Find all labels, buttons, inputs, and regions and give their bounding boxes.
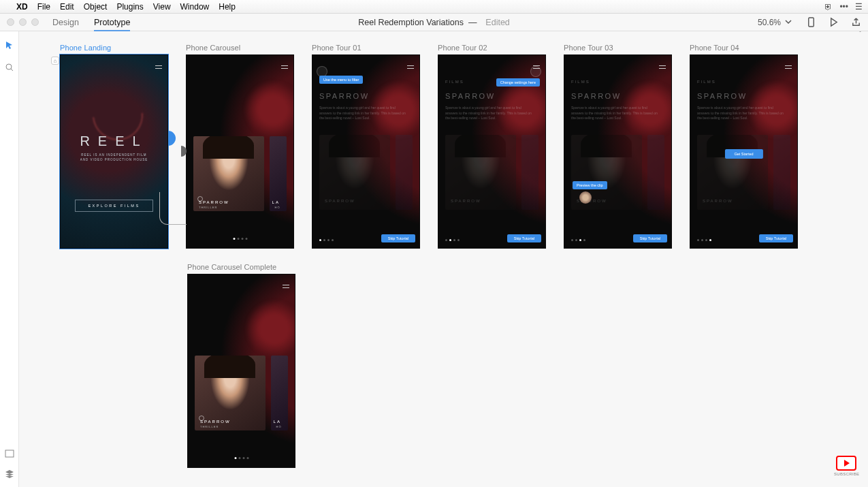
artboard[interactable]: Phone Carousel Carrier 9:41 AM 42% REEL … (186, 44, 294, 249)
film-card-peek[interactable]: LA HO (270, 136, 287, 211)
tour-callout[interactable]: Change settings here (496, 78, 540, 87)
artboard-frame[interactable]: Carrier 9:41 AM 42% REEL FILMS SPARROW S… (564, 54, 672, 249)
pager (233, 238, 247, 240)
prototype-wire (159, 192, 187, 225)
tour-callout[interactable]: Get Started (724, 149, 762, 159)
highlight-ring (530, 66, 541, 77)
svg-point-1 (6, 64, 12, 69)
menu-object[interactable]: Object (84, 2, 108, 12)
artboard-label[interactable]: Phone Carousel Complete (187, 263, 295, 271)
tour-dots (571, 239, 585, 241)
artboard-frame[interactable]: Carrier 9:41 AM 42% REEL REEL REEL IS AN… (60, 54, 168, 249)
artboard-label[interactable]: Phone Tour 01 (312, 44, 420, 52)
artboard-frame[interactable]: Carrier 9:41 AM 42% REEL FILMS SPARROW S… (690, 54, 798, 249)
menu-window[interactable]: Window (180, 2, 210, 12)
device-preview-icon[interactable] (806, 17, 816, 27)
left-toolbar (0, 31, 19, 487)
select-tool-icon[interactable] (5, 41, 14, 50)
window-controls[interactable] (7, 18, 39, 26)
svg-rect-2 (5, 450, 14, 457)
list-icon[interactable]: ☰ (855, 2, 863, 12)
pager (234, 457, 248, 459)
svg-rect-0 (809, 18, 814, 27)
menu-help[interactable]: Help (219, 2, 236, 12)
zoom-tool-icon[interactable] (5, 63, 14, 72)
film-card[interactable]: SPARROW THRILLER (193, 136, 264, 211)
tab-prototype[interactable]: Prototype (94, 18, 131, 31)
tune-icon[interactable] (407, 65, 414, 70)
artboard[interactable]: Phone Tour 03 Carrier 9:41 AM 42% REEL F… (564, 44, 672, 249)
tune-icon[interactable] (785, 65, 792, 70)
youtube-icon (836, 456, 856, 471)
subscribe-label: SUBSCRIBE (834, 472, 858, 476)
film-card[interactable]: SPARROW THRILLER (195, 356, 266, 430)
artboard-label[interactable]: Phone Tour 02 (438, 44, 546, 52)
tour-callout[interactable]: Preview the clip (573, 181, 607, 189)
mac-menubar: XD File Edit Object Plugins View Window … (0, 0, 868, 14)
play-icon[interactable] (829, 17, 839, 27)
menu-view[interactable]: View (153, 2, 171, 12)
home-icon[interactable]: ⌂ (51, 57, 59, 65)
explore-button[interactable]: EXPLORE FILMS (75, 200, 152, 212)
highlight-avatar (579, 191, 592, 204)
artboard-label[interactable]: Phone Landing (60, 44, 168, 52)
artboard-frame[interactable]: Carrier 9:41 AM 42% REEL FILMS SPARROW S… (438, 54, 546, 249)
film-card-peek[interactable]: LA HO (271, 356, 288, 430)
zoom-value: 50.6% (758, 18, 781, 27)
tour-callout[interactable]: Use the menu to filter (319, 76, 363, 84)
skip-button[interactable]: Skip Tutorial (759, 234, 793, 242)
artboard[interactable]: Phone Landing ⌂ Carrier 9:41 AM 42% REEL… (60, 44, 168, 249)
artboard[interactable]: Phone Tour 04 Carrier 9:41 AM 42% REEL F… (690, 44, 798, 249)
artboard[interactable]: Phone Tour 01 Carrier 9:41 AM 42% REEL F… (312, 44, 420, 249)
layers-icon[interactable] (5, 469, 14, 479)
tune-icon[interactable] (281, 65, 288, 70)
tab-design[interactable]: Design (52, 18, 79, 27)
artboard-frame[interactable]: Carrier 9:41 AM 42% REEL FILMS SPARROW S… (187, 274, 295, 468)
artboard[interactable]: Phone Carousel Complete Carrier 9:41 AM … (187, 263, 295, 468)
cursor-icon (856, 31, 864, 33)
artboard-frame[interactable]: Carrier 9:41 AM 42% REEL FILMS SPARROW S… (312, 54, 420, 249)
tour-dots (697, 239, 711, 241)
canvas[interactable]: Phone Landing ⌂ Carrier 9:41 AM 42% REEL… (19, 31, 868, 487)
tune-icon[interactable] (283, 284, 289, 289)
artboard-label[interactable]: Phone Tour 04 (690, 44, 798, 52)
tour-dots (319, 239, 334, 241)
skip-button[interactable]: Skip Tutorial (381, 234, 415, 242)
tour-dots (445, 239, 460, 241)
skip-button[interactable]: Skip Tutorial (633, 234, 667, 242)
artboard-frame[interactable]: Carrier 9:41 AM 42% REEL FILMS SPARROW S… (186, 54, 294, 249)
zoom-control[interactable]: 50.6% (758, 17, 794, 27)
artboard-label[interactable]: Phone Carousel (186, 44, 294, 52)
menu-edit[interactable]: Edit (60, 2, 74, 12)
doc-edited: Edited (485, 18, 509, 27)
assets-icon[interactable] (5, 449, 14, 458)
skip-button[interactable]: Skip Tutorial (507, 234, 541, 242)
artboard[interactable]: Phone Tour 02 Carrier 9:41 AM 42% REEL F… (438, 44, 546, 249)
doc-title-text: Reel Redemption Variations (358, 18, 464, 27)
menu-plugins[interactable]: Plugins (116, 2, 143, 12)
hero-logo: REEL (80, 133, 148, 149)
app-name[interactable]: XD (16, 2, 28, 12)
chevron-down-icon (784, 17, 794, 27)
subscribe-badge[interactable]: SUBSCRIBE (834, 456, 858, 476)
document-title: Reel Redemption Variations — Edited (358, 18, 510, 27)
shield-icon[interactable]: ⛨ (824, 2, 833, 12)
tune-icon[interactable] (659, 65, 666, 70)
artboard-label[interactable]: Phone Tour 03 (564, 44, 672, 52)
menu-file[interactable]: File (37, 2, 50, 12)
tagline: REEL IS AN INDEPENDENT FILMAND VIDEO PRO… (80, 153, 148, 163)
more-icon[interactable]: ••• (839, 2, 848, 12)
app-toolbar: Design Prototype Reel Redemption Variati… (0, 14, 868, 31)
share-icon[interactable] (851, 17, 861, 27)
